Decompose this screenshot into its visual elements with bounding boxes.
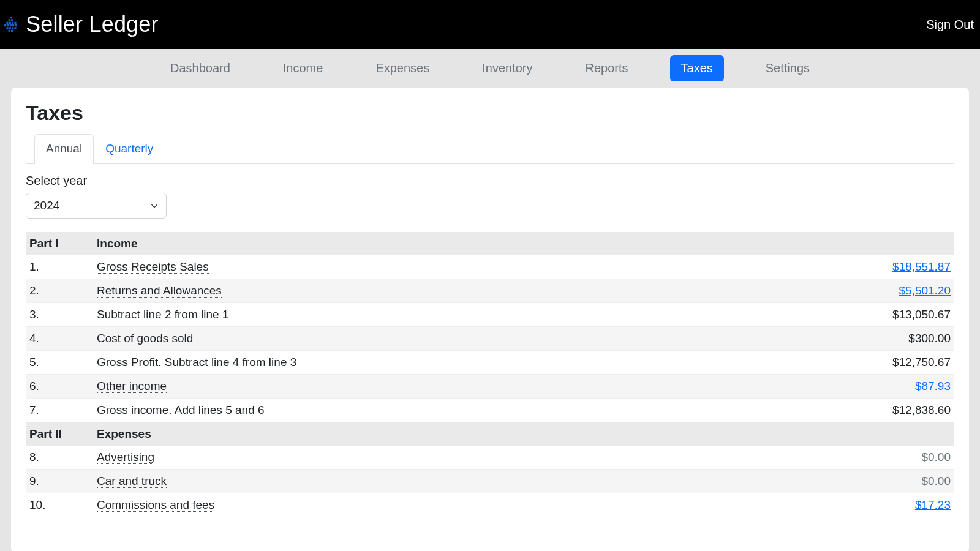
svg-rect-11 bbox=[15, 24, 17, 26]
line-number: 7. bbox=[26, 399, 93, 422]
line-label: Cost of goods sold bbox=[93, 327, 747, 351]
line-number: 2. bbox=[26, 279, 93, 303]
svg-rect-16 bbox=[9, 30, 10, 32]
line-label: Gross Profit. Subtract line 4 from line … bbox=[93, 351, 747, 375]
line-value: $0.00 bbox=[747, 470, 954, 493]
chevron-down-icon bbox=[150, 201, 159, 210]
table-row: 4.Cost of goods sold$300.00 bbox=[26, 327, 954, 351]
svg-rect-9 bbox=[10, 24, 12, 26]
line-value: $13,050.67 bbox=[747, 303, 954, 327]
svg-rect-1 bbox=[9, 19, 10, 21]
line-number: 4. bbox=[26, 327, 93, 351]
nav-dashboard[interactable]: Dashboard bbox=[159, 55, 241, 81]
line-label[interactable]: Commissions and fees bbox=[93, 493, 747, 517]
tab-annual[interactable]: Annual bbox=[34, 134, 94, 164]
table-row: 1.Gross Receipts Sales$18,551.87 bbox=[26, 255, 954, 279]
table-row: 3.Subtract line 2 from line 1$13,050.67 bbox=[26, 303, 954, 327]
section-title: Income bbox=[93, 232, 747, 255]
svg-rect-17 bbox=[11, 30, 13, 32]
svg-rect-14 bbox=[12, 27, 13, 29]
line-value[interactable]: $18,551.87 bbox=[747, 255, 954, 279]
brand[interactable]: Seller Ledger bbox=[4, 12, 159, 37]
nav-taxes[interactable]: Taxes bbox=[670, 55, 724, 81]
top-bar: Seller Ledger Sign Out bbox=[0, 0, 980, 49]
year-select-value: 2024 bbox=[34, 199, 59, 212]
line-number: 9. bbox=[26, 470, 93, 493]
svg-rect-7 bbox=[4, 24, 6, 26]
line-label: Subtract line 2 from line 1 bbox=[93, 303, 747, 327]
sign-out-link[interactable]: Sign Out bbox=[926, 18, 976, 32]
line-value: $300.00 bbox=[747, 327, 954, 351]
line-value[interactable]: $17.23 bbox=[747, 493, 954, 517]
brand-name: Seller Ledger bbox=[26, 12, 159, 37]
line-label[interactable]: Returns and Allowances bbox=[93, 279, 747, 303]
line-value[interactable]: $87.93 bbox=[747, 375, 954, 399]
svg-rect-12 bbox=[6, 27, 8, 29]
section-header: Part IIncome bbox=[26, 232, 954, 255]
table-row: 2.Returns and Allowances$5,501.20 bbox=[26, 279, 954, 303]
main-nav: Dashboard Income Expenses Inventory Repo… bbox=[0, 49, 980, 88]
nav-reports[interactable]: Reports bbox=[575, 55, 639, 81]
nav-expenses[interactable]: Expenses bbox=[364, 55, 440, 81]
svg-rect-0 bbox=[10, 17, 12, 18]
line-label[interactable]: Other income bbox=[93, 375, 747, 399]
nav-settings[interactable]: Settings bbox=[755, 55, 821, 81]
line-number: 5. bbox=[26, 351, 93, 375]
brand-logo-icon bbox=[4, 17, 20, 32]
table-row: 5.Gross Profit. Subtract line 4 from lin… bbox=[26, 351, 954, 375]
line-label[interactable]: Gross Receipts Sales bbox=[93, 255, 747, 279]
line-value: $0.00 bbox=[747, 446, 954, 470]
svg-rect-3 bbox=[6, 22, 8, 24]
table-row: 9.Car and truck$0.00 bbox=[26, 470, 954, 493]
line-number: 10. bbox=[26, 493, 93, 517]
svg-rect-10 bbox=[12, 24, 14, 26]
content-card: Taxes Annual Quarterly Select year 2024 … bbox=[11, 88, 969, 551]
nav-inventory[interactable]: Inventory bbox=[471, 55, 543, 81]
svg-rect-8 bbox=[7, 24, 9, 26]
tax-period-tabs: Annual Quarterly bbox=[26, 133, 954, 164]
nav-income[interactable]: Income bbox=[272, 55, 334, 81]
table-row: 10.Commissions and fees$17.23 bbox=[26, 493, 954, 517]
line-label: Gross income. Add lines 5 and 6 bbox=[93, 399, 747, 422]
page-title: Taxes bbox=[26, 101, 954, 125]
tab-quarterly[interactable]: Quarterly bbox=[94, 134, 165, 164]
year-select[interactable]: 2024 bbox=[26, 193, 167, 219]
section-header: Part IIExpenses bbox=[26, 422, 954, 446]
line-number: 6. bbox=[26, 375, 93, 399]
line-number: 8. bbox=[26, 446, 93, 470]
line-number: 1. bbox=[26, 255, 93, 279]
svg-rect-5 bbox=[12, 22, 13, 24]
section-part: Part I bbox=[26, 232, 93, 255]
line-value: $12,750.67 bbox=[747, 351, 954, 375]
line-value[interactable]: $5,501.20 bbox=[747, 279, 954, 303]
svg-rect-6 bbox=[14, 22, 16, 24]
svg-rect-15 bbox=[14, 27, 16, 29]
svg-rect-13 bbox=[9, 27, 11, 29]
tax-table: Part IIncome1.Gross Receipts Sales$18,55… bbox=[26, 232, 954, 517]
table-row: 6.Other income$87.93 bbox=[26, 375, 954, 399]
svg-rect-4 bbox=[9, 22, 11, 24]
year-select-label: Select year bbox=[26, 174, 954, 188]
section-part: Part II bbox=[26, 422, 93, 446]
svg-rect-2 bbox=[11, 19, 13, 21]
table-row: 7.Gross income. Add lines 5 and 6$12,838… bbox=[26, 399, 954, 422]
table-row: 8.Advertising$0.00 bbox=[26, 446, 954, 470]
line-number: 3. bbox=[26, 303, 93, 327]
section-title: Expenses bbox=[93, 422, 747, 446]
line-label[interactable]: Advertising bbox=[93, 446, 747, 470]
line-label[interactable]: Car and truck bbox=[93, 470, 747, 493]
line-value: $12,838.60 bbox=[747, 399, 954, 422]
